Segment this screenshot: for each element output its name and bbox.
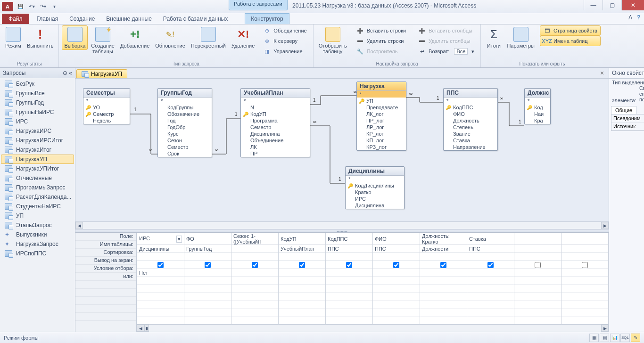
grid-cell[interactable] [373,293,420,301]
update-button[interactable]: ✎!Обновление [153,25,188,50]
insert-cols-button[interactable]: ➕Вставить столбцы [415,25,478,36]
grid-cell[interactable]: УчебныйПлан [279,245,326,253]
grid-cell[interactable] [420,293,467,301]
grid-cell[interactable] [467,309,514,317]
close-button[interactable]: ✕ [621,0,644,10]
grid-cell[interactable] [137,277,184,285]
grid-cell[interactable] [420,269,467,277]
grid-cell[interactable] [326,277,373,285]
grid-cell[interactable]: ППС [467,245,514,253]
grid-cell[interactable]: Дисциплины [137,245,184,253]
grid-cell[interactable] [373,261,420,269]
grid-cell[interactable] [467,277,514,285]
append-button[interactable]: +!Добавление [118,25,152,50]
minimize-button[interactable]: ― [584,0,603,10]
nav-item[interactable]: НагрузкаУП [1,155,74,164]
grid-cell[interactable] [231,245,279,253]
grid-cell[interactable]: Сезон: 1-([УчебныйП [231,233,279,245]
nav-item[interactable]: ✦Выпускники [1,230,74,239]
make-table-button[interactable]: ✦Создание таблицы [89,25,117,56]
grid-cell[interactable] [467,293,514,301]
nav-item[interactable]: ЭтапыЗапрос [1,220,74,230]
grid-cell[interactable] [373,285,420,293]
grid-cell[interactable] [279,309,326,317]
grid-cell[interactable] [420,261,467,269]
nav-collapse-icon[interactable]: « [69,70,72,76]
grid-cell[interactable] [326,261,373,269]
select-query-button[interactable]: Выборка [62,25,88,50]
scroll-right-icon[interactable]: ▶ [601,222,609,229]
grid-cell[interactable] [420,277,467,285]
property-sheet-button[interactable]: 🗔Страница свойств [540,25,601,36]
table-names-button[interactable]: XYZИмена таблиц [540,36,601,46]
grid-cell[interactable] [231,301,279,309]
nav-item[interactable]: НагрузкаИРСИтог [1,136,74,145]
union-button[interactable]: ⊕Объединение [260,25,310,36]
return-button[interactable]: ↩Возврат:Все▾ [415,46,478,57]
grid-cell[interactable] [420,301,467,309]
nav-item[interactable]: ✦НагрузкаЗапрос [1,239,74,249]
grid-cell[interactable] [137,301,184,309]
grid-cell[interactable]: Должность: Кратко [420,233,467,245]
grid-cell[interactable] [137,309,184,317]
grid-cell[interactable] [326,253,373,261]
grid-cell[interactable]: Нет [137,269,184,277]
scroll-left-icon[interactable]: ◀ [137,325,144,332]
grid-cell[interactable] [231,253,279,261]
nav-item[interactable]: НагрузкаИтог [1,145,74,155]
grid-cell[interactable] [184,285,231,293]
delete-rows-button[interactable]: ➖Удалить строки [353,36,409,46]
grid-cell[interactable] [373,253,420,261]
splitter[interactable]: •••••••• [75,229,609,233]
table-gruppygod[interactable]: ГруппыГод*КодГруппыОбозначениеГодГодОбрК… [157,88,212,157]
table-pps[interactable]: ППС*🔑КодППСФИОДолжностьСтепеньЗваниеСтав… [443,88,498,151]
tab-database-tools[interactable]: Работа с базами данных [157,14,233,24]
grid-cell[interactable] [137,261,184,269]
grid-cell[interactable]: ФИО [373,233,420,245]
grid-cell[interactable] [373,277,420,285]
grid-cell[interactable] [373,301,420,309]
grid-cell[interactable] [279,285,326,293]
nav-item[interactable]: УП [1,211,74,220]
nav-item[interactable]: ГруппыВсе [1,89,74,98]
grid-cell[interactable] [467,317,514,325]
builder-button[interactable]: 🔧Построитель [353,46,409,57]
propsheet-grid[interactable]: ПсевдонимНагрузИсточник [611,114,644,131]
table-uchplan[interactable]: УчебныйПлан*N🔑КодУППрограммаСеместрДисци… [240,88,310,157]
nav-item[interactable]: БезРук [1,79,74,89]
nav-item[interactable]: НагрузкаУПИтог [1,164,74,173]
nav-item[interactable]: НагрузкаИРС [1,126,74,136]
grid-cell[interactable] [231,293,279,301]
insert-rows-button[interactable]: ➕Вставить строки [353,25,409,36]
nav-item[interactable]: ПрограммыЗапрос [1,183,74,192]
nav-item[interactable]: СтудентыНаИРС [1,202,74,211]
grid-cell[interactable] [279,293,326,301]
table-dolzh[interactable]: Должнс*🔑КодНаиКра [524,88,551,124]
nav-filter-icon[interactable]: ⊙ [63,70,67,76]
table-discipliny[interactable]: Дисциплины*🔑КодДисциплиныКраткоИРСДисцип… [345,166,405,209]
grid-cell[interactable] [231,277,279,285]
grid-cell[interactable] [184,309,231,317]
tab-create[interactable]: Создание [64,14,100,24]
grid-cell[interactable] [184,301,231,309]
run-button[interactable]: !Выполнить [25,25,56,50]
grid-cell[interactable]: Ставка [467,233,514,245]
tab-external-data[interactable]: Внешние данные [100,14,157,24]
property-row[interactable]: ПсевдонимНагруз [611,114,644,122]
grid-cell[interactable] [467,253,514,261]
grid-cell[interactable] [184,293,231,301]
grid-cell[interactable] [279,261,326,269]
grid-cell[interactable] [373,309,420,317]
grid-cell[interactable]: КодППС [326,233,373,245]
grid-cell[interactable] [137,285,184,293]
nav-item[interactable]: ИРС [1,117,74,126]
table-semestry[interactable]: Семестры*🔑УО🔑СеместрНедель [83,88,130,124]
parameters-button[interactable]: Параметры [504,25,537,50]
grid-body[interactable]: ИРС▾ФОСезон: 1-([УчебныйПКодУПКодППСФИОД… [137,233,609,332]
scroll-right-icon[interactable]: ▶ [601,325,609,332]
file-tab[interactable]: Файл [2,14,29,24]
grid-h-scrollbar[interactable]: ◀ ▮ ▶ [137,324,609,332]
redo-icon[interactable]: ↷▾ [39,2,47,11]
grid-cell[interactable] [231,309,279,317]
grid-cell[interactable] [184,269,231,277]
